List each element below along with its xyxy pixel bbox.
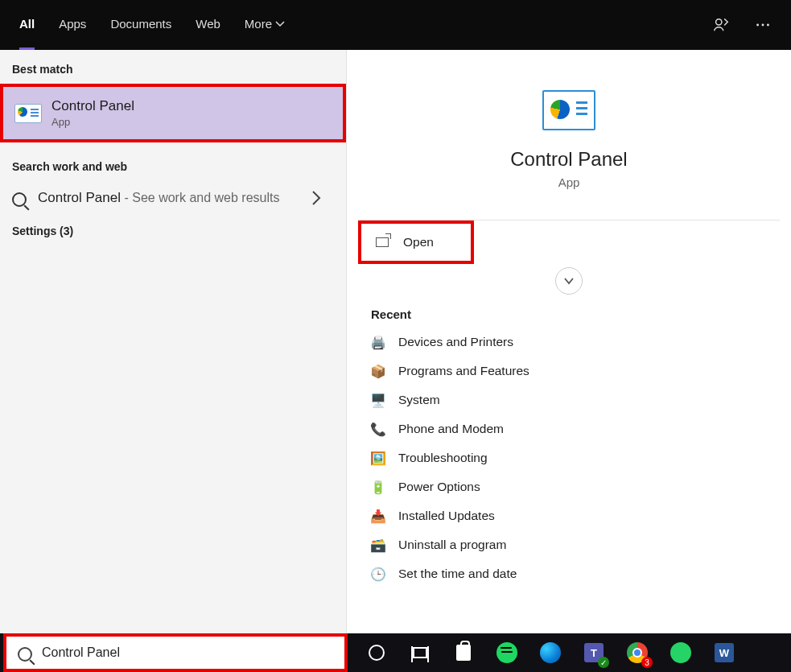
power-icon: 🔋 [371, 480, 385, 494]
status-badge-icon: ✓ [598, 657, 609, 668]
best-match-heading: Best match [0, 50, 346, 84]
svg-point-2 [762, 24, 764, 27]
svg-point-1 [756, 24, 759, 27]
preview-title: Control Panel [510, 148, 627, 171]
search-icon [18, 647, 32, 662]
web-result-suffix: - See work and web results [121, 191, 279, 204]
recent-item-label: Devices and Printers [398, 335, 513, 349]
taskbar: T✓ 3 W [0, 633, 791, 672]
microsoft-store-icon[interactable] [444, 633, 483, 672]
recent-item[interactable]: 📦Programs and Features [361, 357, 777, 385]
recent-item-label: Installed Updates [398, 509, 495, 523]
recent-item[interactable]: 🕒Set the time and date [361, 559, 777, 588]
tab-all[interactable]: All [19, 0, 35, 50]
results-pane: Best match Control Panel App Search work… [0, 50, 346, 633]
svg-point-0 [716, 19, 722, 25]
spotify-icon[interactable] [488, 633, 526, 672]
search-icon [12, 192, 27, 207]
preview-pane: Control Panel App Open Recent 🖨️Devices … [346, 50, 791, 633]
cortana-icon[interactable] [357, 633, 396, 672]
search-input[interactable] [42, 645, 333, 660]
settings-heading[interactable]: Settings (3) [0, 212, 346, 245]
expand-actions-button[interactable] [555, 267, 583, 295]
tab-web[interactable]: Web [196, 0, 220, 50]
preview-subtitle: App [558, 175, 580, 189]
recent-item[interactable]: 🔋Power Options [361, 472, 777, 501]
open-icon [376, 237, 389, 247]
recent-item-label: Programs and Features [398, 364, 529, 378]
whatsapp-icon[interactable] [661, 633, 700, 672]
edge-icon[interactable] [531, 633, 570, 672]
recent-item-label: Power Options [398, 480, 480, 494]
control-panel-icon-large [542, 90, 595, 130]
uninstall-icon: 🗃️ [371, 538, 385, 552]
feedback-icon[interactable] [712, 16, 730, 34]
web-result[interactable]: Control Panel - See work and web results [0, 181, 346, 212]
notification-badge: 3 [641, 657, 653, 668]
clock-icon: 🕒 [371, 567, 385, 581]
taskbar-search-box[interactable] [6, 637, 344, 669]
printer-icon: 🖨️ [371, 335, 385, 349]
recent-item-label: Phone and Modem [398, 422, 504, 436]
chevron-down-icon [275, 19, 285, 29]
recent-item[interactable]: 🖥️System [361, 385, 777, 414]
best-match-title: Control Panel [51, 98, 134, 114]
open-action[interactable]: Open [361, 224, 471, 261]
recent-item-label: Troubleshooting [398, 451, 488, 465]
box-icon: 📦 [371, 364, 385, 378]
chevron-right-icon [311, 190, 321, 206]
tab-more[interactable]: More [245, 0, 285, 50]
monitor-icon: 🖥️ [371, 393, 385, 407]
recent-item[interactable]: 🗃️Uninstall a program [361, 530, 777, 559]
recent-item[interactable]: 📥Installed Updates [361, 501, 777, 530]
recent-item[interactable]: 📞Phone and Modem [361, 414, 777, 443]
recent-item-label: Uninstall a program [398, 538, 506, 552]
teams-icon[interactable]: T✓ [575, 633, 613, 672]
tab-documents[interactable]: Documents [110, 0, 171, 50]
control-panel-icon [14, 104, 42, 123]
search-filter-bar: All Apps Documents Web More [0, 0, 791, 50]
task-view-icon[interactable] [401, 633, 439, 672]
recent-item-label: Set the time and date [398, 567, 517, 581]
modem-icon: 📞 [371, 422, 385, 436]
work-web-heading: Search work and web [0, 147, 346, 181]
web-result-title: Control Panel [38, 190, 121, 205]
svg-point-3 [767, 24, 769, 27]
recent-item[interactable]: 🖼️Troubleshooting [361, 443, 777, 472]
recent-item-label: System [398, 393, 440, 407]
tab-apps[interactable]: Apps [59, 0, 86, 50]
more-options-icon[interactable] [754, 16, 772, 34]
picture-icon: 🖼️ [371, 451, 385, 465]
recent-heading: Recent [347, 295, 791, 328]
recent-item[interactable]: 🖨️Devices and Printers [361, 328, 777, 357]
word-icon[interactable]: W [705, 633, 744, 672]
updates-icon: 📥 [371, 509, 385, 523]
best-match-subtitle: App [51, 116, 134, 128]
best-match-result[interactable]: Control Panel App [3, 87, 343, 139]
open-label: Open [403, 235, 434, 249]
chrome-icon[interactable]: 3 [618, 633, 657, 672]
